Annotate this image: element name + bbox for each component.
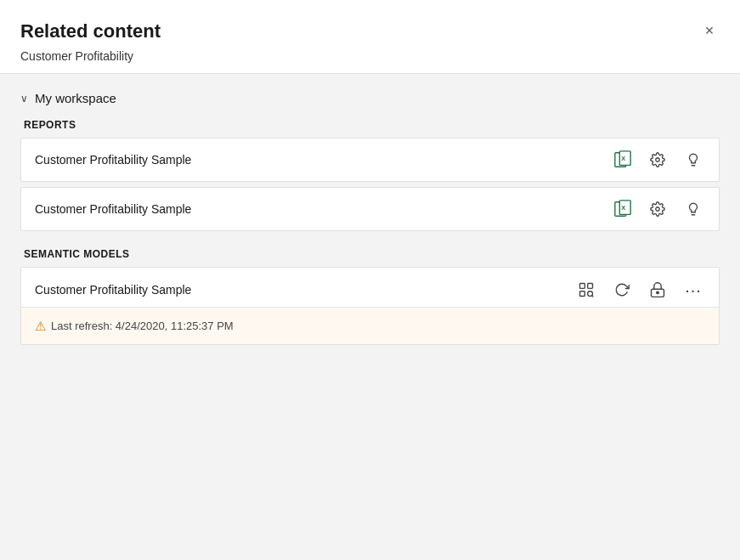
panel-header: Related content Customer Profitability × — [0, 0, 740, 74]
panel-subtitle: Customer Profitability — [20, 49, 720, 63]
svg-point-14 — [657, 291, 659, 294]
report-item-1-actions: X — [612, 148, 705, 172]
svg-rect-8 — [580, 284, 585, 289]
warning-text-content: Last refresh: 4/24/2020, 11:25:37 PM — [51, 320, 234, 332]
svg-line-12 — [592, 296, 594, 297]
svg-text:X: X — [621, 155, 625, 162]
chevron-down-icon: ∨ — [20, 93, 28, 105]
refresh-icon[interactable] — [610, 278, 634, 302]
semantic-models-section: SEMANTIC MODELS Customer Profitability S… — [20, 248, 720, 345]
semantic-model-item-1-name: Customer Profitability Sample — [35, 283, 191, 297]
semantic-model-item-1: Customer Profitability Sample — [21, 268, 719, 312]
analyze-icon[interactable] — [574, 278, 598, 302]
more-options-icon[interactable]: ··· — [681, 278, 705, 302]
svg-rect-9 — [588, 284, 593, 289]
report-item-2-actions: X — [612, 197, 705, 221]
excel-icon-1[interactable]: X — [612, 149, 634, 171]
warning-row: ⚠ Last refresh: 4/24/2020, 11:25:37 PM — [21, 307, 719, 344]
warning-message: ⚠ Last refresh: 4/24/2020, 11:25:37 PM — [35, 319, 234, 334]
report-item-2-name: Customer Profitability Sample — [35, 202, 191, 216]
reports-section: REPORTS Customer Profitability Sample X — [20, 119, 720, 231]
svg-point-3 — [656, 158, 660, 162]
svg-point-7 — [656, 207, 660, 212]
security-icon[interactable] — [646, 278, 669, 302]
workspace-label: My workspace — [35, 91, 116, 105]
close-icon: × — [705, 22, 715, 40]
excel-icon-2[interactable]: X — [612, 198, 634, 220]
close-button[interactable]: × — [696, 17, 723, 44]
warning-triangle-icon: ⚠ — [35, 319, 46, 334]
semantic-model-card-group: Customer Profitability Sample — [20, 267, 720, 345]
semantic-model-item-1-actions: ··· — [574, 278, 705, 302]
svg-rect-10 — [580, 291, 585, 297]
svg-text:X: X — [621, 204, 625, 212]
workspace-section: ∨ My workspace REPORTS Customer Profitab… — [20, 91, 720, 345]
reports-section-label: REPORTS — [20, 119, 720, 131]
svg-point-11 — [588, 291, 593, 297]
panel-title: Related content — [20, 20, 720, 42]
bulb-icon-2[interactable] — [681, 197, 705, 221]
semantic-models-label: SEMANTIC MODELS — [20, 248, 720, 260]
bulb-icon-1[interactable] — [681, 148, 705, 172]
ellipsis-label: ··· — [685, 280, 702, 300]
report-item-1-name: Customer Profitability Sample — [35, 153, 191, 167]
settings-icon-2[interactable] — [646, 197, 669, 221]
report-item-1: Customer Profitability Sample X — [20, 138, 720, 182]
related-content-panel: Related content Customer Profitability ×… — [0, 0, 740, 560]
report-item-2: Customer Profitability Sample X — [20, 187, 720, 231]
workspace-header[interactable]: ∨ My workspace — [20, 91, 720, 105]
settings-icon-1[interactable] — [646, 148, 669, 172]
panel-body: ∨ My workspace REPORTS Customer Profitab… — [0, 74, 740, 560]
